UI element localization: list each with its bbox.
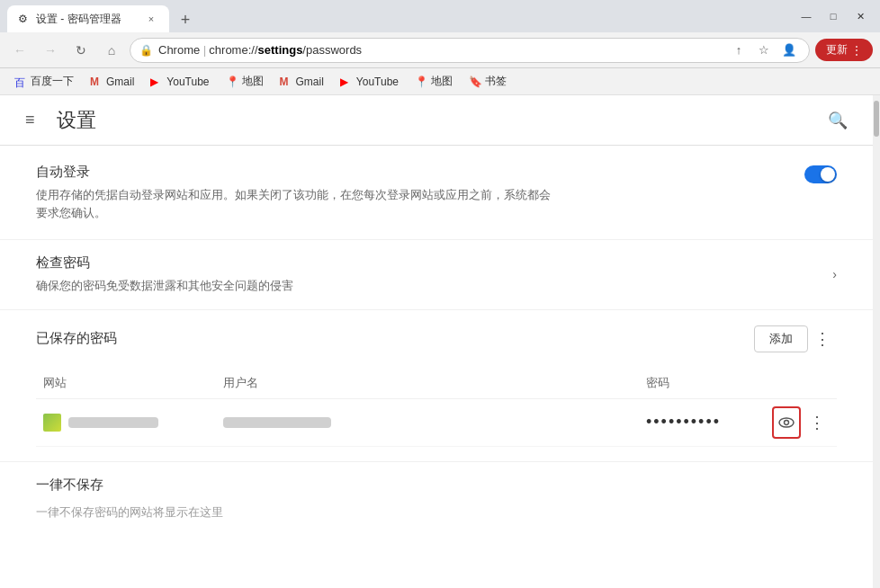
svg-point-0 bbox=[779, 418, 794, 427]
never-saved-description: 一律不保存密码的网站将显示在这里 bbox=[36, 504, 837, 521]
auto-login-title: 自动登录 bbox=[36, 164, 804, 181]
settings-page-title: 设置 bbox=[57, 107, 96, 134]
close-button[interactable]: ✕ bbox=[848, 4, 873, 29]
reveal-password-button[interactable] bbox=[772, 406, 801, 439]
table-header: 网站 用户名 密码 bbox=[36, 368, 837, 399]
password-cell: •••••••••• bbox=[639, 413, 765, 432]
update-button[interactable]: 更新 ⋮ bbox=[815, 39, 873, 61]
check-password-info: 检查密码 确保您的密码免受数据泄露和其他安全问题的侵害 bbox=[36, 254, 293, 295]
maximize-button[interactable]: □ bbox=[821, 4, 846, 29]
settings-page: ≡ 设置 🔍 自动登录 使用存储的凭据自动登录网站和应用。如果关闭了该功能，在您… bbox=[0, 95, 873, 588]
password-table: 网站 用户名 密码 •••••••••• bbox=[36, 368, 837, 447]
bookmark-maps-1[interactable]: 📍 地图 bbox=[219, 71, 271, 93]
row-more-button[interactable]: ⋮ bbox=[804, 408, 830, 437]
window-controls: — □ ✕ bbox=[794, 4, 873, 29]
auto-login-description: 使用存储的凭据自动登录网站和应用。如果关闭了该功能，在您每次登录网站或应用之前，… bbox=[36, 186, 558, 221]
bookmark-gmail-1[interactable]: M Gmail bbox=[83, 71, 141, 93]
scrollbar[interactable] bbox=[873, 95, 880, 588]
saved-passwords-title: 已保存的密码 bbox=[36, 330, 754, 347]
col-header-actions bbox=[765, 375, 837, 391]
navigation-bar: ← → ↻ ⌂ 🔒 Chrome | chrome://settings/pas… bbox=[0, 32, 880, 68]
scrollbar-thumb[interactable] bbox=[874, 101, 879, 137]
back-button[interactable]: ← bbox=[7, 38, 32, 63]
youtube-icon-2: ▶ bbox=[340, 76, 353, 88]
new-tab-button[interactable]: + bbox=[173, 7, 198, 32]
bookmark-youtube-2[interactable]: ▶ YouTube bbox=[333, 71, 406, 93]
table-row: •••••••••• ⋮ bbox=[36, 399, 837, 447]
active-tab[interactable]: ⚙ 设置 - 密码管理器 × bbox=[7, 5, 169, 32]
tab-title: 设置 - 密码管理器 bbox=[36, 12, 139, 27]
username-cell bbox=[216, 417, 639, 428]
address-bar[interactable]: 🔒 Chrome | chrome://settings/passwords ↑… bbox=[130, 38, 810, 63]
settings-search-icon[interactable]: 🔍 bbox=[821, 103, 855, 138]
address-prefix: Chrome bbox=[158, 43, 200, 57]
star-icon[interactable]: ☆ bbox=[753, 40, 775, 61]
maps-icon-1: 📍 bbox=[226, 76, 238, 88]
address-url-suffix: /passwords bbox=[302, 43, 362, 57]
site-name-blurred bbox=[68, 417, 158, 428]
check-password-description: 确保您的密码免受数据泄露和其他安全问题的侵害 bbox=[36, 277, 293, 295]
never-saved-title: 一律不保存 bbox=[36, 477, 837, 494]
saved-passwords-more-button[interactable]: ⋮ bbox=[808, 325, 837, 353]
hamburger-menu-icon[interactable]: ≡ bbox=[18, 103, 42, 137]
bookmark-gmail-1-label: Gmail bbox=[106, 76, 134, 88]
address-icons: ↑ ☆ 👤 bbox=[728, 40, 800, 61]
bookmark-maps-1-label: 地图 bbox=[242, 74, 264, 89]
update-menu-icon: ⋮ bbox=[851, 44, 862, 57]
minimize-button[interactable]: — bbox=[794, 4, 819, 29]
bookmarks-bar: 百 百度一下 M Gmail ▶ YouTube 📍 地图 M Gmail ▶ … bbox=[0, 68, 880, 95]
gmail-icon-1: M bbox=[90, 76, 103, 88]
profile-icon[interactable]: 👤 bbox=[778, 40, 800, 61]
bookmark-gmail-2-label: Gmail bbox=[296, 76, 324, 88]
check-password-section[interactable]: 检查密码 确保您的密码免受数据泄露和其他安全问题的侵害 › bbox=[0, 239, 873, 309]
page-content: ≡ 设置 🔍 自动登录 使用存储的凭据自动登录网站和应用。如果关闭了该功能，在您… bbox=[0, 95, 880, 588]
settings-header: ≡ 设置 🔍 bbox=[0, 95, 873, 146]
home-button[interactable]: ⌂ bbox=[99, 38, 124, 63]
tab-favicon: ⚙ bbox=[18, 13, 31, 25]
toggle-knob bbox=[821, 167, 835, 182]
tab-bar: ⚙ 设置 - 密码管理器 × + bbox=[7, 0, 794, 32]
gmail-icon-2: M bbox=[280, 76, 292, 88]
bookmark-baidu-label: 百度一下 bbox=[31, 74, 74, 89]
svg-point-1 bbox=[785, 420, 789, 424]
address-text: Chrome | chrome://settings/passwords bbox=[158, 43, 723, 57]
bookmarks-icon: 🔖 bbox=[469, 76, 481, 88]
bookmark-maps-2[interactable]: 📍 地图 bbox=[408, 71, 460, 93]
col-header-site: 网站 bbox=[36, 375, 216, 391]
bookmark-gmail-2[interactable]: M Gmail bbox=[273, 71, 331, 93]
check-password-title: 检查密码 bbox=[36, 254, 293, 272]
bookmark-maps-2-label: 地图 bbox=[431, 74, 453, 89]
bookmark-youtube-2-label: YouTube bbox=[356, 76, 399, 88]
col-header-username: 用户名 bbox=[216, 375, 639, 391]
share-icon[interactable]: ↑ bbox=[728, 40, 750, 61]
lock-icon: 🔒 bbox=[139, 44, 153, 57]
address-url-bold: settings bbox=[258, 43, 303, 57]
saved-passwords-header: 已保存的密码 添加 ⋮ bbox=[36, 325, 837, 353]
auto-login-toggle[interactable] bbox=[804, 165, 837, 183]
bookmark-bookmarks-label: 书签 bbox=[485, 74, 507, 89]
browser-window: ⚙ 设置 - 密码管理器 × + — □ ✕ ← → ↻ ⌂ 🔒 Chrome … bbox=[0, 0, 880, 588]
bookmark-youtube-1[interactable]: ▶ YouTube bbox=[143, 71, 216, 93]
bookmark-bookmarks[interactable]: 🔖 书签 bbox=[462, 71, 514, 93]
auto-login-section: 自动登录 使用存储的凭据自动登录网站和应用。如果关闭了该功能，在您每次登录网站或… bbox=[0, 146, 873, 239]
never-saved-section: 一律不保存 一律不保存密码的网站将显示在这里 bbox=[0, 461, 873, 535]
update-label: 更新 bbox=[826, 42, 848, 58]
username-blurred bbox=[223, 417, 331, 428]
site-cell bbox=[36, 414, 216, 432]
site-favicon bbox=[43, 414, 61, 432]
row-actions: ⋮ bbox=[765, 406, 837, 439]
auto-login-info: 自动登录 使用存储的凭据自动登录网站和应用。如果关闭了该功能，在您每次登录网站或… bbox=[36, 164, 804, 221]
bookmark-baidu[interactable]: 百 百度一下 bbox=[7, 71, 81, 93]
check-password-arrow-icon: › bbox=[832, 267, 837, 281]
forward-button[interactable]: → bbox=[38, 38, 63, 63]
youtube-icon-1: ▶ bbox=[150, 76, 163, 88]
bookmark-youtube-1-label: YouTube bbox=[166, 76, 209, 88]
tab-close-button[interactable]: × bbox=[144, 12, 158, 26]
col-header-password: 密码 bbox=[639, 375, 765, 391]
eye-icon bbox=[778, 416, 795, 429]
baidu-icon: 百 bbox=[14, 76, 27, 88]
add-password-button[interactable]: 添加 bbox=[754, 325, 808, 352]
saved-passwords-section: 已保存的密码 添加 ⋮ 网站 用户名 密码 bbox=[0, 309, 873, 461]
title-bar: ⚙ 设置 - 密码管理器 × + — □ ✕ bbox=[0, 0, 880, 32]
refresh-button[interactable]: ↻ bbox=[68, 38, 94, 63]
